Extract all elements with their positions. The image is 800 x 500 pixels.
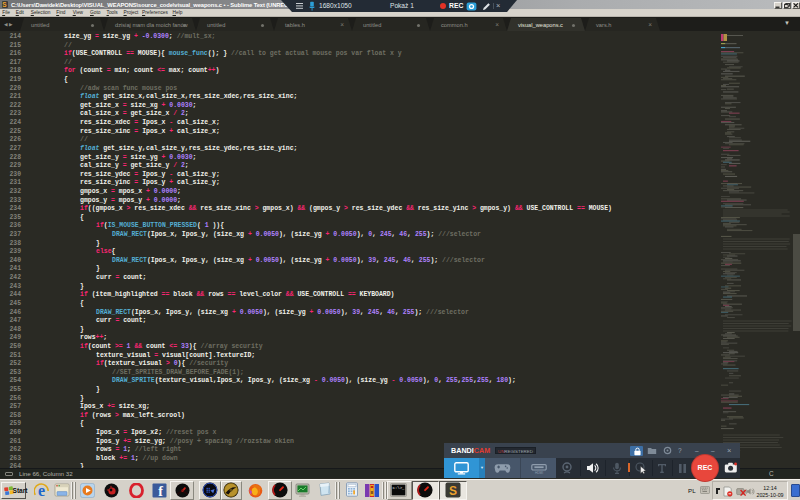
- svg-text:C:\>_: C:\>_: [393, 486, 406, 490]
- svg-text:HDMI: HDMI: [535, 470, 543, 473]
- svg-text:S: S: [449, 484, 457, 498]
- svg-text:f: f: [158, 484, 163, 498]
